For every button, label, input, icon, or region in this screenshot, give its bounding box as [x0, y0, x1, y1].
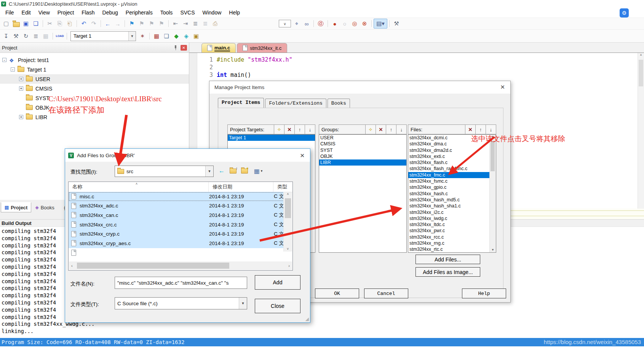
dialog-title-bar[interactable]: Manage Project Items: [209, 81, 510, 94]
list-item[interactable]: stm32f4xx_i2c.c: [408, 209, 490, 215]
tree-expander[interactable]: +: [19, 115, 23, 119]
tree-item[interactable]: + USER: [0, 74, 189, 84]
toolbar-separator[interactable]: [369, 19, 374, 28]
find-in-files-icon[interactable]: ⌖: [292, 19, 302, 28]
column-name[interactable]: 名称: [69, 182, 209, 192]
debug-session-icon[interactable]: ⓓ: [316, 19, 326, 28]
list-item[interactable]: stm32f4xx_fsmc.c: [408, 178, 490, 184]
build-output-status-line[interactable]: Program Size: Code=696 RO-data=408 RW-da…: [0, 338, 644, 346]
menu-item[interactable]: Project: [54, 8, 78, 17]
move-down-button[interactable]: ↓: [396, 125, 406, 134]
file-row[interactable]: stm32f4xx_cryp_aes.c 2014-8-1 23:19 C 文: [69, 239, 284, 248]
save-icon[interactable]: ▣: [21, 19, 31, 28]
menu-item[interactable]: SVCS: [176, 8, 198, 17]
extension-badge-icon[interactable]: ⚙: [620, 8, 629, 18]
toolbar-separator[interactable]: [123, 19, 127, 28]
scope-dropdown[interactable]: ∨: [279, 20, 291, 27]
dialog-tab[interactable]: Project Items: [218, 98, 264, 108]
view-menu-icon[interactable]: ▦▾: [251, 166, 265, 175]
close-button[interactable]: Close: [255, 299, 300, 313]
file-row[interactable]: misc.c 2014-8-1 23:19 C 文: [69, 192, 284, 201]
move-up-button[interactable]: ↑: [386, 125, 396, 134]
dialog-tab[interactable]: Folders/Extensions: [265, 99, 326, 108]
file-row[interactable]: stm32f4xx_adc.c 2014-8-1 23:19 C 文: [69, 201, 284, 211]
dialog-title-bar[interactable]: V Add Files to Group 'LIBR': [65, 149, 310, 162]
panel-tab[interactable]: ▤ Project: [1, 202, 31, 212]
download-icon[interactable]: LOAD: [55, 32, 65, 41]
list-item[interactable]: stm32f4xx_fmc.c: [408, 172, 490, 178]
dialog-tab[interactable]: Books: [328, 99, 350, 108]
chevron-down-icon[interactable]: ▼: [205, 166, 213, 177]
list-item[interactable]: stm32f4xx_rng.c: [408, 240, 490, 246]
menu-item[interactable]: View: [35, 8, 54, 17]
delete-file-button[interactable]: ✕: [465, 125, 475, 134]
list-item[interactable]: OBJK: [319, 153, 406, 159]
open-file-icon[interactable]: [11, 19, 21, 28]
move-down-button[interactable]: ↓: [486, 125, 496, 134]
options-for-target-icon[interactable]: ◆: [171, 32, 181, 41]
list-item[interactable]: stm32f4xx_iwdg.c: [408, 215, 490, 222]
tree-item-label[interactable]: SYST: [35, 95, 50, 101]
tree-item-label[interactable]: USER: [35, 76, 50, 82]
toolbar-spacer[interactable]: [220, 19, 278, 28]
tree-item-label[interactable]: LIBR: [35, 114, 47, 120]
panel-tab[interactable]: ◈ Books: [31, 202, 58, 212]
editor-tab[interactable]: main.c: [201, 43, 236, 53]
delete-group-button[interactable]: ✕: [376, 125, 386, 134]
new-folder-icon[interactable]: ✶: [240, 166, 249, 175]
new-file-icon[interactable]: ▢: [1, 19, 11, 28]
close-icon[interactable]: ✕: [500, 84, 505, 91]
tree-expander[interactable]: +: [19, 86, 23, 91]
breakpoint-disabled-icon[interactable]: ○: [340, 19, 350, 28]
toggle-bookmark-icon[interactable]: ⚑: [127, 19, 137, 28]
tree-item[interactable]: - Project: test1: [0, 55, 189, 65]
list-item[interactable]: CMSIS: [319, 141, 406, 147]
toolbar-separator[interactable]: [312, 19, 316, 28]
horizontal-scrollbar[interactable]: ‹ ›: [69, 261, 292, 270]
pack-installer-icon[interactable]: ◈: [181, 32, 191, 41]
list-item[interactable]: stm32f4xx_dma2d.c: [408, 147, 490, 153]
toolbar-separator[interactable]: [65, 32, 69, 41]
ok-button[interactable]: OK: [315, 288, 359, 298]
tree-item-label[interactable]: Target 1: [27, 67, 46, 73]
column-date[interactable]: 修改日期: [209, 182, 273, 192]
column-type[interactable]: 类型: [273, 182, 292, 192]
list-item[interactable]: stm32f4xx_hash_sha1.c: [408, 203, 490, 209]
close-icon[interactable]: ✕: [181, 45, 187, 51]
outdent-icon[interactable]: ⇤: [171, 19, 181, 28]
close-icon[interactable]: ✕: [300, 152, 305, 159]
title-bar[interactable]: V C:\Users\71901\Desktop\text\USER\test1…: [0, 0, 644, 8]
clear-bookmarks-icon[interactable]: ⚑: [157, 19, 166, 28]
toolbar-separator[interactable]: [147, 32, 152, 41]
enable-all-breakpoints-icon[interactable]: ◎: [350, 19, 360, 28]
files-scrollbar[interactable]: ▲▼: [489, 135, 496, 252]
menu-item[interactable]: Peripherals: [122, 8, 157, 17]
file-row[interactable]: [69, 248, 284, 258]
binoculars-icon[interactable]: ∞: [302, 19, 312, 28]
list-item[interactable]: stm32f4xx_hash_md5.c: [408, 197, 490, 203]
list-item[interactable]: stm32f4xx_pwr.c: [408, 228, 490, 234]
save-all-icon[interactable]: ❏: [31, 19, 41, 28]
indent-icon[interactable]: ⇥: [181, 19, 190, 28]
up-one-level-icon[interactable]: ↑: [228, 166, 238, 175]
tree-item-label[interactable]: CMSIS: [35, 86, 52, 92]
list-item[interactable]: Target 1: [228, 135, 315, 141]
file-type-select[interactable]: C Source file (*.c) ▼: [115, 297, 247, 309]
new-target-button[interactable]: ✧: [274, 125, 284, 134]
properties-icon[interactable]: ⎙: [210, 19, 220, 28]
list-item[interactable]: stm32f4xx_rcc.c: [408, 234, 490, 240]
build-icon[interactable]: ⚒: [11, 32, 21, 41]
software-packs-icon[interactable]: ▣: [191, 32, 201, 41]
cancel-button[interactable]: Cancel: [364, 288, 408, 298]
comment-icon[interactable]: ≣: [190, 19, 200, 28]
toolbar-separator[interactable]: [326, 19, 330, 28]
scroll-left-icon[interactable]: ‹: [69, 263, 73, 268]
tree-expander[interactable]: -: [11, 67, 15, 72]
list-item[interactable]: stm32f4xx_gpio.c: [408, 184, 490, 190]
scroll-right-icon[interactable]: ›: [288, 263, 290, 268]
help-button[interactable]: Help: [462, 288, 506, 298]
delete-target-button[interactable]: ✕: [284, 125, 294, 134]
breakpoint-icon[interactable]: ●: [330, 19, 340, 28]
toolbar-separator[interactable]: [75, 19, 79, 28]
cut-icon[interactable]: ✂: [45, 19, 55, 28]
